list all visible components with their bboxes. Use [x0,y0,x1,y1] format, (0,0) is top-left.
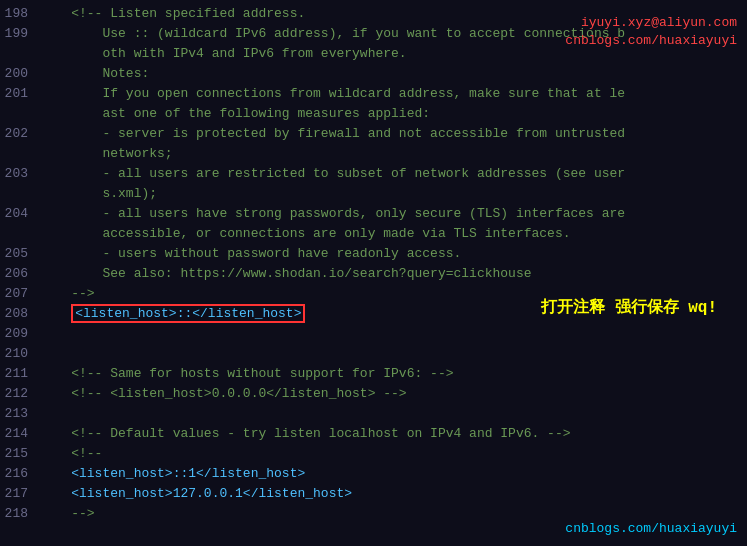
line-215: 215 <!-- [0,444,747,464]
line-number: 218 [0,504,40,524]
watermark-top-line2: cnblogs.com/huaxiayuyi [565,33,737,48]
highlighted-tag: <listen_host>::</listen_host> [71,304,305,323]
line-number: 208 [0,304,40,324]
line-content: <!-- [40,444,747,464]
line-number: 209 [0,324,40,344]
line-content: - users without password have readonly a… [40,244,747,264]
line-204: 204 - all users have strong passwords, o… [0,204,747,244]
line-content: <!-- Same for hosts without support for … [40,364,747,384]
annotation: 打开注释 强行保存 wq! [541,296,717,320]
line-number: 201 [0,84,40,104]
line-number: 204 [0,204,40,224]
line-number: 206 [0,264,40,284]
line-content [40,324,747,344]
line-content: <listen_host>::1</listen_host> [40,464,747,484]
line-content [40,344,747,364]
line-number: 212 [0,384,40,404]
line-number: 215 [0,444,40,464]
line-206: 206 See also: https://www.shodan.io/sear… [0,264,747,284]
line-content: Notes: [40,64,747,84]
line-210: 210 [0,344,747,364]
line-216: 216 <listen_host>::1</listen_host> [0,464,747,484]
line-number: 217 [0,484,40,504]
line-number: 203 [0,164,40,184]
line-number: 211 [0,364,40,384]
line-205: 205 - users without password have readon… [0,244,747,264]
watermark-top: iyuyi.xyz@aliyun.com cnblogs.com/huaxiay… [565,14,737,50]
line-201: 201 If you open connections from wildcar… [0,84,747,124]
line-212: 212 <!-- <listen_host>0.0.0.0</listen_ho… [0,384,747,404]
line-214: 214 <!-- Default values - try listen loc… [0,424,747,444]
line-213: 213 [0,404,747,424]
line-content: If you open connections from wildcard ad… [40,84,747,124]
line-203: 203 - all users are restricted to subset… [0,164,747,204]
line-number: 207 [0,284,40,304]
watermark-bottom: cnblogs.com/huaxiayuyi [565,521,737,536]
line-number: 216 [0,464,40,484]
line-number: 198 [0,4,40,24]
line-content: See also: https://www.shodan.io/search?q… [40,264,747,284]
code-editor: 198 <!-- Listen specified address. 199 U… [0,0,747,546]
line-number: 199 [0,24,40,44]
code-area: 198 <!-- Listen specified address. 199 U… [0,0,747,528]
line-209: 209 [0,324,747,344]
line-number: 210 [0,344,40,364]
watermark-top-line1: iyuyi.xyz@aliyun.com [581,15,737,30]
line-number: 213 [0,404,40,424]
line-202: 202 - server is protected by firewall an… [0,124,747,164]
line-content: - all users have strong passwords, only … [40,204,747,244]
line-content [40,404,747,424]
line-content: - all users are restricted to subset of … [40,164,747,204]
line-200: 200 Notes: [0,64,747,84]
line-211: 211 <!-- Same for hosts without support … [0,364,747,384]
line-content: <listen_host>127.0.0.1</listen_host> [40,484,747,504]
line-217: 217 <listen_host>127.0.0.1</listen_host> [0,484,747,504]
line-number: 214 [0,424,40,444]
line-number: 202 [0,124,40,144]
line-number: 200 [0,64,40,84]
line-content: - server is protected by firewall and no… [40,124,747,164]
line-content: <!-- Default values - try listen localho… [40,424,747,444]
line-content: <!-- <listen_host>0.0.0.0</listen_host> … [40,384,747,404]
line-number: 205 [0,244,40,264]
